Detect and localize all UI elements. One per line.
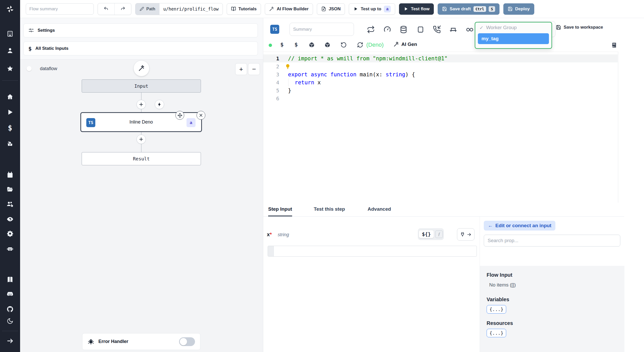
static-inputs-dollar-icon[interactable]: $ xyxy=(280,41,284,48)
runs-play-icon[interactable] xyxy=(7,109,13,116)
deploy-button[interactable]: Deploy xyxy=(503,3,534,15)
building-icon[interactable] xyxy=(7,30,13,37)
step-bottom-panel: Step Input Test this step Advanced x* st… xyxy=(263,203,644,352)
worker-group-option-label: Worker Group xyxy=(486,25,517,30)
arg-value-input[interactable] xyxy=(268,246,477,257)
step-inputs-dollar-icon[interactable]: $ xyxy=(294,41,298,48)
code-keyword: function xyxy=(330,71,356,78)
user-icon[interactable] xyxy=(7,47,13,54)
ai-flow-builder-button[interactable]: AI Flow Builder xyxy=(265,3,313,15)
prop-lists: Flow Input No items ([]) Variables {...}… xyxy=(480,266,624,352)
windmill-logo-icon[interactable] xyxy=(6,5,14,13)
gauge-trigger-icon[interactable] xyxy=(383,26,391,34)
all-static-inputs-button[interactable]: $ All Static Inputs xyxy=(23,42,258,55)
phone-incoming-trigger-icon[interactable] xyxy=(433,26,441,34)
ai-wand-button[interactable] xyxy=(133,60,149,76)
calendar-icon[interactable] xyxy=(7,171,13,178)
connect-input-button[interactable] xyxy=(457,228,474,241)
delete-step-button[interactable] xyxy=(197,111,205,120)
ai-gen-button[interactable]: AI Gen xyxy=(393,42,417,47)
refresh-icon[interactable] xyxy=(357,42,363,48)
deno-label: (Deno) xyxy=(366,42,384,48)
folder-icon[interactable] xyxy=(7,186,13,193)
test-up-to-label: Test up to xyxy=(361,6,381,12)
rail-divider xyxy=(2,331,18,331)
wand-icon xyxy=(269,6,274,11)
flow-node-result[interactable]: Result xyxy=(82,152,201,165)
tutorials-button[interactable]: Tutorials xyxy=(227,3,261,15)
error-handler-toggle[interactable] xyxy=(179,337,195,346)
test-flow-button[interactable]: Test flow xyxy=(399,3,434,15)
save-draft-button[interactable]: Save draft Ctrl S xyxy=(438,3,499,15)
flow-node-input[interactable]: Input xyxy=(82,79,201,93)
worker-group-option-mytag[interactable]: my_tag xyxy=(478,33,549,44)
ai-gen-label: AI Gen xyxy=(401,42,417,47)
tab-advanced[interactable]: Advanced xyxy=(368,203,391,216)
package-icon[interactable] xyxy=(309,42,315,48)
flow-summary-input[interactable] xyxy=(26,3,94,15)
editor-header: TS xyxy=(263,18,644,52)
flow-input-heading: Flow Input xyxy=(487,272,624,278)
flow-settings-section: Settings $ All Static Inputs xyxy=(20,18,263,60)
discord-icon[interactable] xyxy=(6,291,14,298)
tablet-trigger-icon[interactable] xyxy=(417,26,425,34)
double-o-trigger-icon[interactable] xyxy=(466,26,474,33)
test-flow-label: Test flow xyxy=(411,6,429,12)
worker-group-option-header[interactable]: ✓ Worker Group xyxy=(475,22,552,33)
eye-icon[interactable] xyxy=(6,216,14,223)
robot-icon[interactable] xyxy=(6,245,14,252)
wand-icon xyxy=(138,65,145,72)
path-field[interactable]: Path u/henri/prolific_flow xyxy=(135,3,223,15)
line-number: 6 xyxy=(263,95,279,102)
search-prop-input[interactable] xyxy=(484,235,620,247)
add-step-button[interactable] xyxy=(137,100,146,109)
star-icon[interactable] xyxy=(7,65,13,72)
moon-icon[interactable] xyxy=(7,318,13,324)
redo-icon xyxy=(120,6,125,12)
test-up-to-button[interactable]: Test up to a xyxy=(349,3,395,15)
expand-arrow-right-icon[interactable] xyxy=(6,337,14,345)
pencil-icon xyxy=(140,7,144,11)
user-group-icon[interactable] xyxy=(6,201,14,208)
github-icon[interactable] xyxy=(6,306,14,313)
tab-step-input[interactable]: Step Input xyxy=(268,203,292,216)
json-button[interactable]: JSON xyxy=(317,3,345,15)
undo-button[interactable] xyxy=(98,3,115,15)
dollar-icon[interactable]: $ xyxy=(8,124,12,132)
template-mode-button[interactable]: ${} xyxy=(419,230,434,238)
home-icon[interactable] xyxy=(7,93,13,100)
docs-book-icon[interactable] xyxy=(6,276,14,283)
add-step-button[interactable] xyxy=(137,135,146,144)
worker-group-dropdown: ✓ Worker Group my_tag xyxy=(475,22,552,49)
bench-trigger-icon[interactable] xyxy=(449,26,457,34)
resources-object-chip[interactable]: {...} xyxy=(487,329,506,337)
left-rail: $ xyxy=(0,0,20,352)
gear-icon[interactable] xyxy=(7,230,14,237)
tab-test-this-step[interactable]: Test this step xyxy=(314,203,345,216)
code-editor[interactable]: 1 // import * as wmill from "npm:windmil… xyxy=(263,52,618,203)
step-editor-area: TS xyxy=(263,18,644,352)
trigger-bolt-button[interactable] xyxy=(155,100,164,109)
input-mode-toggle: ${} ƒ xyxy=(418,228,444,240)
resources-heading: Resources xyxy=(487,320,624,326)
database-trigger-icon[interactable] xyxy=(400,26,408,34)
step-summary-input[interactable] xyxy=(290,23,354,36)
edit-or-connect-button[interactable]: ← Edit or connect an input xyxy=(484,221,555,231)
history-icon[interactable] xyxy=(341,42,347,48)
package-icon[interactable] xyxy=(324,42,331,48)
flow-settings-button[interactable]: Settings xyxy=(23,23,258,37)
library-icon[interactable] xyxy=(611,42,617,48)
zoom-in-button[interactable]: + xyxy=(235,63,247,75)
step-id-badge: a xyxy=(187,118,196,127)
zoom-out-button[interactable]: − xyxy=(248,63,260,75)
function-mode-button[interactable]: ƒ xyxy=(435,231,443,238)
save-to-workspace-button[interactable]: Save to workspace xyxy=(556,25,603,30)
save-to-workspace-label: Save to workspace xyxy=(564,25,603,30)
kbd-ctrl: Ctrl xyxy=(473,6,486,12)
repeat-trigger-icon[interactable] xyxy=(367,26,375,34)
cubes-icon[interactable] xyxy=(7,141,13,147)
move-step-button[interactable] xyxy=(175,111,184,120)
error-handler-card[interactable]: Error Handler xyxy=(82,333,200,350)
redo-button[interactable] xyxy=(115,3,131,15)
variables-object-chip[interactable]: {...} xyxy=(487,305,506,314)
